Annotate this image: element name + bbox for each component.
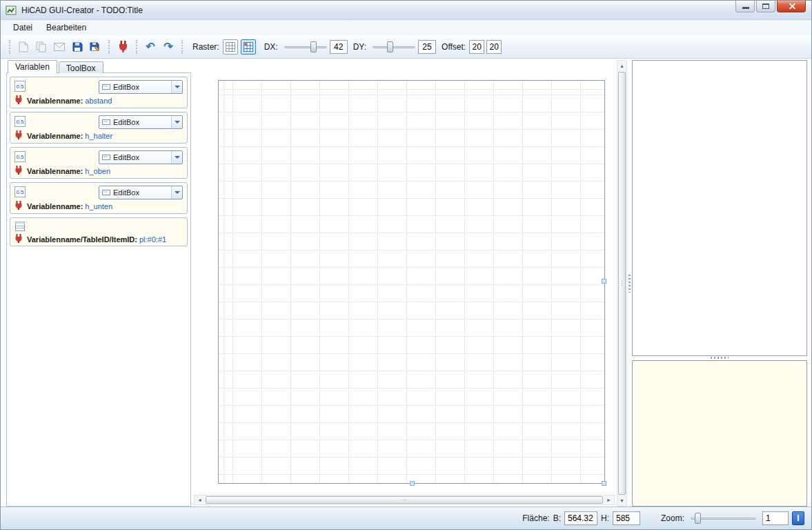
save-as-icon xyxy=(90,41,101,52)
chevron-down-icon[interactable] xyxy=(171,116,182,128)
preview-panel-bottom xyxy=(632,360,807,507)
dx-input[interactable] xyxy=(330,40,348,54)
control-type-dropdown[interactable]: EditBox xyxy=(99,80,183,94)
resize-handle-bottom[interactable] xyxy=(410,481,415,486)
window-title: HiCAD GUI-Creator - TODO:Title xyxy=(21,6,143,15)
horizontal-scrollbar[interactable]: ◄ ► xyxy=(194,495,615,505)
maximize-button[interactable] xyxy=(756,1,775,12)
variable-name-value: h_oben xyxy=(85,167,110,175)
variable-name-value: abstand xyxy=(85,97,112,105)
grid-toggle-plain[interactable] xyxy=(223,39,238,55)
scroll-left-icon[interactable]: ◄ xyxy=(195,495,205,504)
control-type-value: EditBox xyxy=(113,83,171,91)
variable-name-value: h_halter xyxy=(85,132,112,140)
right-splitter[interactable] xyxy=(627,60,632,507)
variable-card[interactable]: 0.5 EditBox Variablenname:abstand xyxy=(10,77,188,108)
plug-icon xyxy=(15,201,22,210)
chevron-down-icon[interactable] xyxy=(171,81,182,93)
dx-label: DX: xyxy=(264,42,278,52)
width-input[interactable] xyxy=(564,511,597,525)
text-cursor-mode-button[interactable]: I xyxy=(792,511,804,525)
menu-datei[interactable]: Datei xyxy=(6,21,39,35)
table-variable-card[interactable]: Variablenname/TableID/ItemID:pl:#0:#1 xyxy=(10,217,188,246)
plug-icon xyxy=(15,130,22,139)
dy-input[interactable] xyxy=(418,40,436,54)
number-field-icon: 0.5 xyxy=(14,116,26,127)
offset-y-input[interactable] xyxy=(486,40,502,54)
zoom-label: Zoom: xyxy=(661,513,684,523)
save-button[interactable] xyxy=(68,38,86,56)
dy-slider[interactable] xyxy=(373,40,415,54)
dy-slider-thumb[interactable] xyxy=(387,41,393,52)
resize-handle-corner[interactable] xyxy=(602,481,606,486)
chevron-down-icon[interactable] xyxy=(171,151,182,164)
text-cursor-icon: I xyxy=(797,513,799,523)
toolbar-grip[interactable] xyxy=(108,40,110,54)
app-window: HiCAD GUI-Creator - TODO:Title Datei Bea… xyxy=(0,0,812,530)
variable-card[interactable]: 0.5 EditBox Variablenname:h_oben xyxy=(10,147,188,179)
variable-card[interactable]: 0.5 EditBox Variablenname:h_halter xyxy=(10,112,188,144)
grid-toggle-snap[interactable] xyxy=(241,39,256,55)
toolbar-grip[interactable] xyxy=(136,40,137,54)
app-icon xyxy=(6,5,17,16)
control-type-dropdown[interactable]: EditBox xyxy=(99,150,183,164)
export-button[interactable] xyxy=(50,38,68,56)
grid-icon xyxy=(226,42,235,52)
save-as-button[interactable] xyxy=(86,38,104,56)
variable-name-label: Variablenname:h_oben xyxy=(27,167,110,175)
dx-slider-thumb[interactable] xyxy=(310,41,317,52)
variable-card[interactable]: 0.5 EditBox Variablenname:h_unten xyxy=(10,182,188,214)
redo-button[interactable]: ↷ xyxy=(159,38,177,56)
plug-icon xyxy=(15,166,22,175)
title-bar: HiCAD GUI-Creator - TODO:Title xyxy=(1,1,811,20)
redo-icon: ↷ xyxy=(164,41,172,52)
control-type-dropdown[interactable]: EditBox xyxy=(99,115,183,129)
height-input[interactable] xyxy=(613,511,640,525)
copy-button[interactable] xyxy=(32,38,50,56)
status-bar: Fläche: B: H: Zoom: I xyxy=(1,507,811,529)
vertical-scrollbar-thumb[interactable] xyxy=(618,72,626,495)
tab-toolbox[interactable]: ToolBox xyxy=(59,61,103,73)
flaeche-label: Fläche: xyxy=(522,513,549,523)
table-icon xyxy=(14,221,26,234)
close-button[interactable] xyxy=(777,1,806,12)
toolbar-grip[interactable] xyxy=(181,40,183,54)
number-field-icon: 0.5 xyxy=(14,81,26,92)
dx-slider[interactable] xyxy=(284,40,327,54)
left-panel-tabs: Variablen ToolBox xyxy=(8,60,105,73)
editbox-icon xyxy=(102,118,110,126)
raster-label: Raster: xyxy=(192,42,219,52)
form-canvas[interactable] xyxy=(218,80,605,484)
resize-handle-right[interactable] xyxy=(602,279,606,284)
control-type-dropdown[interactable]: EditBox xyxy=(99,186,183,199)
number-field-icon: 0.5 xyxy=(14,151,26,162)
new-button[interactable] xyxy=(14,38,32,56)
dy-label: DY: xyxy=(353,42,366,52)
save-icon xyxy=(72,41,83,52)
tab-variablen[interactable]: Variablen xyxy=(8,60,57,73)
undo-button[interactable]: ↶ xyxy=(141,38,159,56)
insert-variable-button[interactable] xyxy=(114,38,132,56)
toolbar-grip[interactable] xyxy=(9,40,10,54)
undo-icon: ↶ xyxy=(146,41,155,52)
minimize-button[interactable] xyxy=(735,1,755,12)
zoom-slider-thumb[interactable] xyxy=(695,513,701,524)
new-file-icon xyxy=(19,41,28,52)
scroll-down-icon[interactable]: ▼ xyxy=(617,495,626,506)
editbox-icon xyxy=(102,83,110,91)
variable-name-label: Variablenname:h_halter xyxy=(27,132,112,140)
variable-name-value: h_unten xyxy=(85,202,112,210)
scroll-up-icon[interactable]: ▲ xyxy=(617,61,626,71)
chevron-down-icon[interactable] xyxy=(171,186,182,199)
menu-bar: Datei Bearbeiten xyxy=(1,20,811,35)
zoom-slider[interactable] xyxy=(691,511,756,525)
minimize-icon xyxy=(742,7,749,9)
menu-bearbeiten[interactable]: Bearbeiten xyxy=(39,21,93,35)
zoom-input[interactable] xyxy=(762,511,789,525)
horizontal-scrollbar-thumb[interactable] xyxy=(206,496,603,504)
scroll-right-icon[interactable]: ► xyxy=(604,495,614,504)
offset-x-input[interactable] xyxy=(469,40,484,54)
number-field-icon: 0.5 xyxy=(14,186,26,197)
plug-icon xyxy=(15,95,22,104)
vertical-scrollbar[interactable]: ▲ ▼ xyxy=(617,60,627,507)
